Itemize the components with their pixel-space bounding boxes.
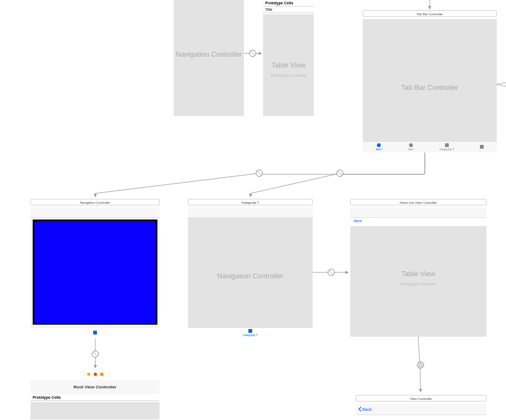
scene-navigation-controller-top[interactable]: Navigation Controller [174,0,244,116]
tab-item-4[interactable] [480,145,484,149]
back-button[interactable]: Back [356,406,372,412]
newslist-body: Table View Prototype Content [350,226,486,337]
scene-title-newslist: News List View Controller [350,199,486,205]
dock-exit-icon[interactable] [94,373,97,376]
back-label: Back [362,407,372,412]
scene-dock [31,370,160,378]
storyboard-canvas[interactable]: Navigation Controller Prototype Cells Ti… [0,0,506,420]
tab-icon [409,143,413,147]
svg-point-0 [249,50,256,57]
scene-news-list-view-controller[interactable]: News List View Controller Item Table Vie… [350,199,486,337]
svg-point-2 [337,170,343,176]
svg-point-5 [417,362,424,368]
nav-blue-body [31,208,160,338]
dock-first-responder-icon[interactable] [87,373,90,376]
root-prototype-area: Prototype Cells [31,394,160,401]
nav-controller-placeholder: Navigation Controller [174,50,244,58]
viewctrl-navbar: Back [356,404,486,415]
svg-point-3 [328,269,334,276]
chevron-left-icon [358,406,362,412]
root-nav-bar: Root View Controller [31,380,160,395]
tab-bar: Item f Item Kategorija T [363,141,497,153]
tab-label: Item f [376,148,383,151]
svg-point-1 [256,170,263,176]
root-body [31,402,160,419]
scene-title-viewctrl: View Controller [356,395,486,401]
scene-title-nav-blue: Navigation Controller [31,199,160,205]
newslist-item-label[interactable]: Item [353,218,362,223]
scene-view-controller[interactable]: View Controller Back [356,395,486,420]
tab-icon [93,331,97,334]
scene-root-view-controller[interactable]: Root View Controller Prototype Cells [31,370,160,419]
navkat-body: Navigation Controller Kategorija T [188,208,313,338]
tab-item-1[interactable]: Item f [376,143,383,151]
svg-point-4 [92,351,99,357]
tab-icon [377,143,381,147]
nav-controller-body: Navigation Controller [174,0,244,116]
root-prototype-header: Prototype Cells [31,394,160,401]
navkat-navbar [188,208,313,218]
newslist-sub: Prototype Content [350,282,486,287]
tab-item-3[interactable]: Kategorija T [440,143,454,151]
table-view-placeholder: Table View [263,61,314,69]
tab-icon [445,143,449,147]
root-title: Root View Controller [31,380,160,394]
tab-item-single[interactable] [93,331,97,335]
tab-label: Item [409,148,414,151]
nav-bar [31,208,160,218]
scene-title-tabbar: Tab Bar Controller [363,10,497,17]
tab-item-2[interactable]: Item [409,143,414,151]
tab-item-kategorija[interactable]: Kategorija T [243,329,258,337]
simulator-frame [33,220,157,325]
scene-title-kategorija: Kategorija T [188,199,313,205]
table-view-sub: Prototype Content [263,73,314,78]
prototype-cell-row[interactable]: Title [263,7,314,13]
tab-icon [248,329,252,333]
scene-navigation-controller-blue[interactable]: Navigation Controller [31,199,160,338]
scene-navigation-controller-kategorija[interactable]: Kategorija T Navigation Controller Kateg… [188,199,313,338]
tabbar-placeholder: Tab Bar Controller [363,83,497,92]
newslist-placeholder: Table View [350,270,486,278]
prototype-cells-header: Prototype Cells [263,0,314,7]
tab-icon [480,145,484,149]
scene-table-view-top[interactable]: Prototype Cells Title Table View Prototy… [263,0,314,116]
blue-view [34,221,156,323]
navkat-placeholder: Navigation Controller [188,272,313,280]
scene-tab-bar-controller[interactable]: Tab Bar Controller Tab Bar Controller It… [363,10,497,153]
tab-label: Kategorija T [440,148,454,151]
prototype-cells-area: Prototype Cells Title [263,0,314,13]
tabbar-body: Tab Bar Controller Item f Item Kategorij… [363,19,497,153]
dock-storyboard-ref-icon[interactable] [100,373,103,376]
table-view-body: Table View Prototype Content [263,14,314,116]
tab-label: Kategorija T [243,333,258,337]
newslist-navbar [350,208,486,218]
